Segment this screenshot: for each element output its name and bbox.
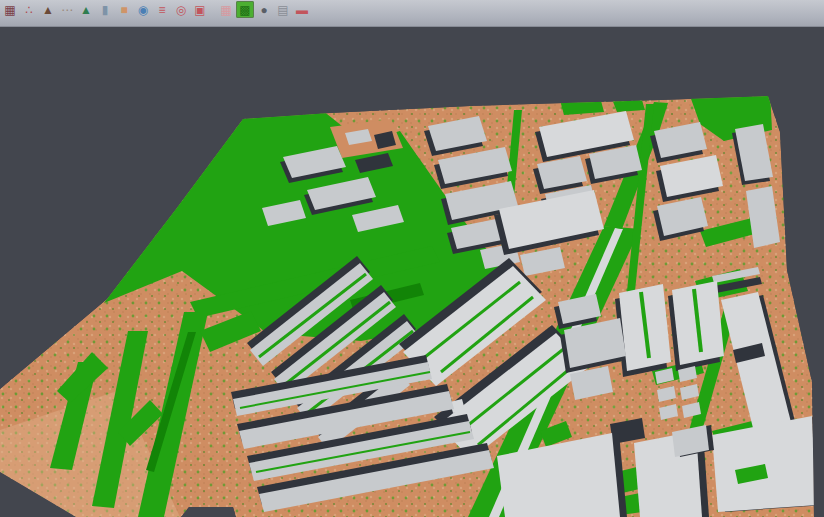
classify-blocks-icon[interactable]: ▦ <box>1 1 19 18</box>
grid-icon[interactable]: ▦ <box>217 1 235 18</box>
layer-list-icon-glyph: ≡ <box>158 4 165 16</box>
sparse-points-icon[interactable]: ⋯ <box>58 1 76 18</box>
measure-icon[interactable]: ▬ <box>293 1 311 18</box>
sparse-points-icon-glyph: ⋯ <box>61 4 73 16</box>
target-icon-glyph: ◎ <box>176 4 186 16</box>
zoom-extent-icon[interactable]: ▣ <box>191 1 209 18</box>
zoom-extent-icon-glyph: ▣ <box>194 4 205 16</box>
snapshot-icon[interactable]: ▤ <box>274 1 292 18</box>
measure-icon-glyph: ▬ <box>296 4 308 16</box>
profile-view-icon-glyph: ▮ <box>102 4 109 16</box>
globe-view-icon[interactable]: ◉ <box>134 1 152 18</box>
key-points-icon[interactable]: ∴ <box>20 1 38 18</box>
terrain-model-icon[interactable]: ▲ <box>39 1 57 18</box>
target-icon[interactable]: ◎ <box>172 1 190 18</box>
layer-list-icon[interactable]: ≡ <box>153 1 171 18</box>
classify-blocks-icon-glyph: ▦ <box>4 4 15 16</box>
point-cloud-canvas[interactable] <box>0 27 824 517</box>
toolbar-separator <box>210 1 217 18</box>
colored-terrain-icon[interactable]: ▲ <box>77 1 95 18</box>
ortho-view-icon-glyph: ■ <box>120 4 127 16</box>
classification-view-icon-glyph: ▩ <box>239 4 250 16</box>
classification-view-icon[interactable]: ▩ <box>236 1 254 18</box>
viewport-3d[interactable] <box>0 27 824 517</box>
globe-view-icon-glyph: ◉ <box>138 4 148 16</box>
profile-view-icon[interactable]: ▮ <box>96 1 114 18</box>
ortho-view-icon[interactable]: ■ <box>115 1 133 18</box>
snapshot-icon-glyph: ▤ <box>277 4 288 16</box>
application-window: ▦∴▲⋯▲▮■◉≡◎▣▦▩●▤▬ <box>0 0 824 517</box>
terrain-model-icon-glyph: ▲ <box>42 4 54 16</box>
key-points-icon-glyph: ∴ <box>25 4 33 16</box>
grid-icon-glyph: ▦ <box>220 4 231 16</box>
main-toolbar: ▦∴▲⋯▲▮■◉≡◎▣▦▩●▤▬ <box>0 0 824 27</box>
render-sphere-icon[interactable]: ● <box>255 1 273 18</box>
colored-terrain-icon-glyph: ▲ <box>80 4 92 16</box>
render-sphere-icon-glyph: ● <box>260 4 267 16</box>
